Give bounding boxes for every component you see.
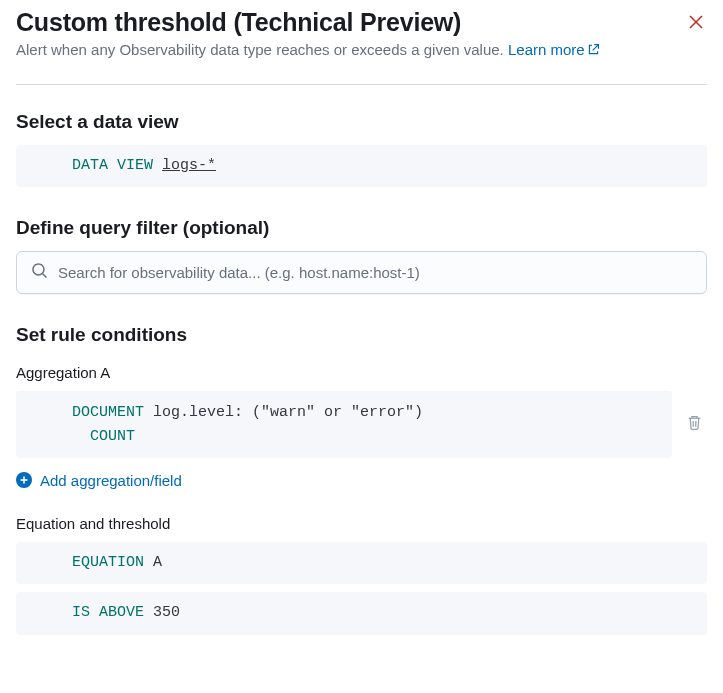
dataview-value[interactable]: logs-*	[162, 157, 216, 174]
equation-keyword: EQUATION	[72, 554, 144, 571]
learn-more-link[interactable]: Learn more	[508, 41, 600, 58]
plus-circle-icon	[16, 472, 32, 488]
svg-line-3	[43, 274, 47, 278]
equation-value: A	[153, 554, 162, 571]
add-aggregation-button[interactable]: Add aggregation/field	[16, 472, 707, 489]
delete-aggregation-button[interactable]	[682, 410, 707, 439]
threshold-value: 350	[153, 604, 180, 621]
agg-keyword-document: DOCUMENT	[72, 404, 144, 421]
close-icon	[689, 15, 703, 29]
add-aggregation-label: Add aggregation/field	[40, 472, 182, 489]
aggregation-label: Aggregation A	[16, 364, 707, 381]
conditions-heading: Set rule conditions	[16, 324, 707, 346]
dataview-selector[interactable]: DATA VIEW logs-*	[16, 145, 707, 188]
page-subtitle: Alert when any Observability data type r…	[16, 39, 707, 62]
dataview-keyword: DATA VIEW	[72, 157, 153, 174]
equation-label: Equation and threshold	[16, 515, 707, 532]
external-link-icon	[587, 40, 600, 62]
threshold-keyword: IS ABOVE	[72, 604, 144, 621]
svg-point-2	[33, 264, 44, 275]
trash-icon	[686, 414, 703, 431]
equation-editor[interactable]: EQUATION A	[16, 542, 707, 585]
aggregation-editor[interactable]: DOCUMENT log.level: ("warn" or "error") …	[16, 391, 672, 458]
close-button[interactable]	[685, 12, 707, 34]
agg-keyword-count: COUNT	[90, 428, 135, 445]
agg-document-value: log.level: ("warn" or "error")	[153, 404, 423, 421]
query-filter-input[interactable]	[58, 264, 692, 281]
dataview-heading: Select a data view	[16, 111, 707, 133]
page-title: Custom threshold (Technical Preview)	[16, 8, 461, 37]
query-heading: Define query filter (optional)	[16, 217, 707, 239]
search-icon	[31, 262, 48, 283]
threshold-editor[interactable]: IS ABOVE 350	[16, 592, 707, 635]
query-filter-field[interactable]	[16, 251, 707, 294]
divider	[16, 84, 707, 85]
